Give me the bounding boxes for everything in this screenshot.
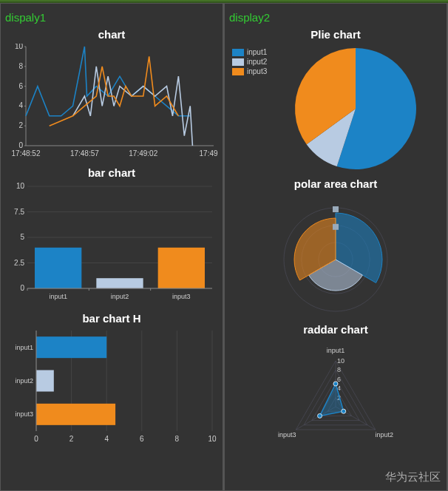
svg-text:8: 8 [337,366,341,373]
legend-swatch [232,68,244,75]
svg-text:input1: input1 [15,344,33,351]
svg-text:10: 10 [15,44,24,50]
panels-row: dispaly1 chart 024681017:48:5217:48:5717… [0,3,448,491]
svg-text:6: 6 [18,82,23,90]
svg-rect-61 [333,224,339,230]
svg-text:2: 2 [69,435,74,443]
svg-text:0: 0 [20,284,24,292]
polar-area-chart [229,193,442,319]
svg-text:4: 4 [18,101,23,109]
panel-display1: dispaly1 chart 024681017:48:5217:48:5717… [0,3,224,491]
panel-title-1: dispaly1 [5,11,218,24]
bar-chart-v-title: bar chart [4,166,220,179]
legend-label: input2 [247,58,267,66]
svg-text:10: 10 [16,182,25,190]
svg-text:input2: input2 [376,431,394,438]
svg-rect-60 [333,206,339,212]
panel-title-2: display2 [229,11,442,24]
svg-text:input3: input3 [15,410,33,418]
svg-text:0: 0 [18,141,23,149]
pie-chart [282,44,430,173]
svg-text:input3: input3 [278,431,296,438]
svg-text:4: 4 [104,435,109,443]
svg-rect-31 [96,278,143,288]
bar-chart-v: 02.557.510input1input2input3 [5,182,218,308]
line-chart-title: chart [4,28,220,41]
svg-rect-34 [158,248,205,288]
svg-text:17:49:02: 17:49:02 [129,149,157,158]
svg-text:10: 10 [208,435,217,443]
legend-swatch [232,58,244,66]
legend-item: input2 [232,58,267,66]
bar-chart-h: 0246810input1input2input3 [5,328,218,446]
svg-rect-52 [36,370,54,391]
svg-text:6: 6 [140,435,144,443]
legend-item: input1 [232,48,267,56]
svg-text:6: 6 [337,376,341,383]
svg-text:5: 5 [20,233,24,241]
svg-text:17:49:08: 17:49:08 [200,149,218,158]
radar-chart: input1input2input3108642 [229,339,442,464]
svg-point-74 [342,409,346,413]
bar-chart-h-title: bar chart H [4,312,220,325]
watermark: 华为云社区 [385,470,441,484]
pie-chart-title: Plie chart [228,28,444,41]
legend-label: input3 [247,67,267,75]
svg-point-75 [318,413,322,418]
svg-text:7.5: 7.5 [14,208,24,216]
pie-legend: input1input2input3 [232,48,267,77]
svg-text:0: 0 [34,435,38,443]
svg-text:input1: input1 [327,347,345,354]
svg-text:input2: input2 [15,377,33,385]
legend-item: input3 [232,67,267,75]
svg-text:10: 10 [337,357,345,365]
svg-text:input2: input2 [111,293,129,300]
svg-text:input1: input1 [49,293,67,300]
svg-text:8: 8 [175,435,180,443]
svg-rect-28 [35,248,81,288]
svg-text:2: 2 [18,121,23,129]
svg-text:17:48:57: 17:48:57 [70,149,99,158]
line-chart: 024681017:48:5217:48:5717:49:0217:49:08 [5,44,218,162]
svg-rect-54 [36,404,115,425]
panel-display2: display2 Plie chart input1input2input3 p… [224,3,448,491]
svg-point-73 [333,382,338,386]
legend-swatch [232,49,244,56]
svg-text:17:48:52: 17:48:52 [12,149,41,158]
svg-text:input3: input3 [172,293,191,300]
polar-chart-title: polar area chart [228,177,444,190]
svg-text:2.5: 2.5 [14,259,24,267]
svg-text:8: 8 [18,62,23,70]
legend-label: input1 [247,48,267,56]
radar-chart-title: raddar chart [228,323,444,336]
svg-rect-50 [36,336,106,358]
